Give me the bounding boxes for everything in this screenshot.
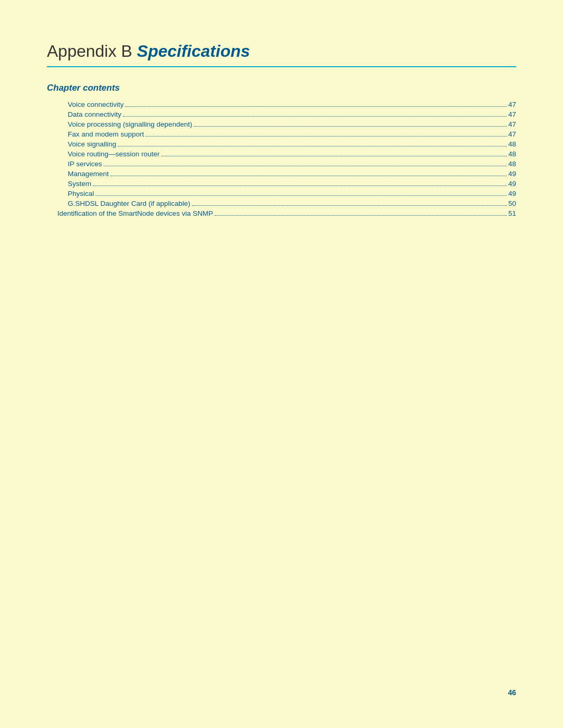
- toc-link-4[interactable]: Voice signalling: [68, 140, 116, 148]
- toc-page-number: 49: [508, 190, 516, 198]
- toc-dots: [161, 156, 507, 156]
- toc-link-3[interactable]: Fax and modem support: [68, 130, 144, 138]
- toc-dots: [145, 136, 507, 137]
- toc-item: G.SHDSL Daughter Card (if applicable)50: [47, 200, 516, 207]
- toc-link-8[interactable]: System: [68, 180, 91, 188]
- toc-page-number: 51: [508, 209, 516, 217]
- toc-link-6[interactable]: IP services: [68, 160, 102, 168]
- toc-dots: [194, 126, 507, 127]
- toc-page-number: 47: [508, 130, 516, 138]
- toc-page-number: 50: [508, 200, 516, 207]
- toc-item: IP services48: [47, 160, 516, 168]
- toc-page-number: 48: [508, 140, 516, 148]
- page-number: 46: [508, 688, 516, 697]
- toc-link-11[interactable]: Identification of the SmartNode devices …: [57, 209, 213, 217]
- chapter-contents-heading: Chapter contents: [47, 83, 516, 93]
- title-bold: Specifications: [137, 42, 250, 60]
- toc-item: Voice connectivity47: [47, 101, 516, 108]
- toc-item: Fax and modem support47: [47, 130, 516, 138]
- toc-item: Data connectivity47: [47, 110, 516, 118]
- toc-dots: [95, 195, 507, 196]
- toc-list: Voice connectivity47Data connectivity47V…: [47, 101, 516, 217]
- page-container: Appendix B Specifications Chapter conten…: [0, 0, 563, 728]
- toc-dots: [118, 146, 507, 146]
- toc-dots: [215, 215, 507, 216]
- toc-link-5[interactable]: Voice routing—session router: [68, 150, 160, 158]
- toc-item: Physical49: [47, 190, 516, 198]
- toc-link-7[interactable]: Management: [68, 170, 109, 178]
- toc-dots: [192, 205, 507, 206]
- toc-page-number: 48: [508, 150, 516, 158]
- page-title: Appendix B Specifications: [47, 42, 516, 61]
- toc-link-9[interactable]: Physical: [68, 190, 94, 198]
- toc-item: Voice signalling48: [47, 140, 516, 148]
- toc-page-number: 48: [508, 160, 516, 168]
- toc-page-number: 47: [508, 101, 516, 108]
- toc-dots: [111, 176, 507, 176]
- toc-page-number: 47: [508, 110, 516, 118]
- toc-item: System49: [47, 180, 516, 188]
- title-prefix: Appendix B: [47, 42, 137, 60]
- toc-dots: [104, 166, 507, 166]
- toc-link-10[interactable]: G.SHDSL Daughter Card (if applicable): [68, 200, 190, 207]
- toc-link-0[interactable]: Voice connectivity: [68, 101, 124, 108]
- toc-item: Management49: [47, 170, 516, 178]
- page-title-block: Appendix B Specifications: [47, 42, 516, 67]
- toc-item: Identification of the SmartNode devices …: [47, 209, 516, 217]
- toc-page-number: 49: [508, 180, 516, 188]
- toc-link-2[interactable]: Voice processing (signalling dependent): [68, 120, 192, 128]
- toc-page-number: 47: [508, 120, 516, 128]
- toc-link-1[interactable]: Data connectivity: [68, 110, 121, 118]
- toc-page-number: 49: [508, 170, 516, 178]
- toc-item: Voice routing—session router48: [47, 150, 516, 158]
- toc-dots: [93, 186, 507, 186]
- toc-dots: [123, 116, 507, 117]
- toc-item: Voice processing (signalling dependent)4…: [47, 120, 516, 128]
- toc-dots: [125, 106, 507, 107]
